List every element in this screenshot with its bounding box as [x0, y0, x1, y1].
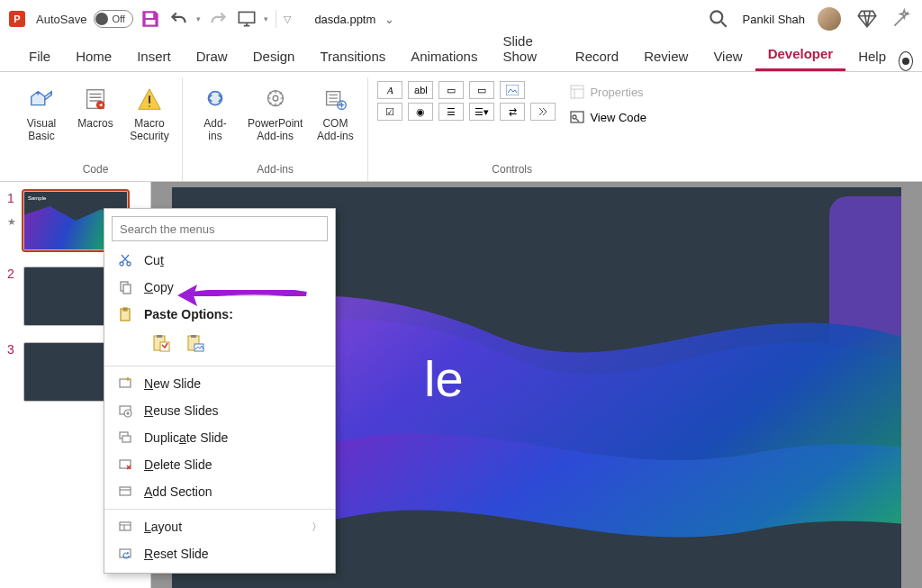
- checkbox-control-icon[interactable]: ☑: [377, 103, 402, 121]
- menu-reuse-slides[interactable]: Reuse Slides: [104, 397, 335, 424]
- visual-basic-button[interactable]: Visual Basic: [18, 81, 65, 146]
- paste-keep-formatting[interactable]: [149, 331, 173, 355]
- view-code-button[interactable]: View Code: [570, 106, 646, 128]
- tab-developer[interactable]: Developer: [755, 39, 846, 71]
- sparkle-icon[interactable]: [890, 7, 913, 31]
- menu-new-slide[interactable]: New Slide: [104, 370, 335, 397]
- tab-file[interactable]: File: [16, 41, 63, 71]
- new-slide-icon: [117, 375, 133, 392]
- paste-picture[interactable]: [184, 331, 207, 355]
- diamond-icon[interactable]: [855, 7, 879, 31]
- properties-button: Properties: [570, 83, 646, 101]
- tab-design[interactable]: Design: [240, 41, 308, 71]
- toggle-control-icon[interactable]: ⇄: [500, 103, 525, 121]
- menu-paste-options: Paste Options:: [104, 301, 335, 328]
- powerpoint-icon: P: [9, 11, 25, 27]
- redo-icon[interactable]: [206, 7, 230, 31]
- label-control-icon[interactable]: A: [377, 81, 402, 99]
- tab-help[interactable]: Help: [845, 41, 899, 71]
- duplicate-slide-icon: [117, 430, 133, 446]
- thumb-number: 2: [7, 267, 18, 281]
- macro-security-button[interactable]: Macro Security: [126, 81, 173, 146]
- menu-duplicate-slide[interactable]: Duplicate Slide: [104, 424, 335, 451]
- more-controls-icon[interactable]: [530, 103, 556, 121]
- menu-delete-slide[interactable]: Delete Slide: [104, 451, 335, 478]
- layout-icon: [117, 519, 133, 535]
- combo-control-icon[interactable]: ☰▾: [469, 103, 494, 121]
- macro-security-icon: [134, 85, 165, 115]
- com-addins-button[interactable]: COM Add-ins: [312, 81, 358, 146]
- control-grid: A abl ▭ ▭ ☑ ◉ ☰ ☰▾ ⇄: [377, 81, 556, 121]
- addins-button[interactable]: Add- ins: [192, 81, 239, 146]
- tab-strip: File Home Insert Draw Design Transitions…: [0, 38, 922, 72]
- com-addins-label: COM Add-ins: [317, 117, 354, 142]
- autosave-toggle[interactable]: Off: [94, 10, 133, 28]
- filename[interactable]: dasda.pptm: [314, 13, 375, 26]
- menu-add-section-label: Add Section: [144, 484, 212, 499]
- ribbon-group-controls: A abl ▭ ▭ ☑ ◉ ☰ ☰▾ ⇄ Proper: [368, 77, 655, 181]
- save-icon[interactable]: [139, 7, 162, 31]
- image-control-icon[interactable]: [500, 81, 525, 99]
- tab-insert[interactable]: Insert: [124, 41, 184, 71]
- undo-icon[interactable]: [167, 7, 191, 31]
- menu-paste-label: Paste Options:: [144, 307, 233, 321]
- group-control-icon[interactable]: ▭: [438, 81, 464, 99]
- menu-cut-label: Cut: [144, 253, 164, 267]
- group-label-addins: Add-ins: [257, 159, 294, 181]
- svg-rect-28: [122, 436, 131, 442]
- svg-rect-9: [571, 86, 583, 98]
- tab-animations[interactable]: Animations: [398, 41, 490, 71]
- properties-label: Properties: [590, 86, 643, 99]
- tab-home[interactable]: Home: [63, 41, 124, 71]
- svg-point-1: [710, 11, 722, 23]
- svg-rect-0: [240, 12, 255, 23]
- menu-copy[interactable]: Copy: [104, 274, 335, 301]
- svg-point-11: [573, 115, 576, 119]
- textbox-control-icon[interactable]: abl: [408, 81, 433, 99]
- present-icon[interactable]: [235, 7, 258, 31]
- com-addins-icon: [320, 85, 350, 115]
- view-code-label: View Code: [590, 111, 646, 124]
- thumb1-text: Sample: [28, 195, 46, 201]
- menu-add-section[interactable]: Add Section: [104, 478, 335, 505]
- menu-reset-slide[interactable]: Reset Slide: [104, 540, 335, 567]
- svg-rect-8: [506, 85, 519, 95]
- reuse-slides-icon: [117, 403, 133, 419]
- menu-search-input[interactable]: [112, 216, 328, 241]
- add-section-icon: [117, 484, 133, 500]
- user-name[interactable]: Pankil Shah: [743, 13, 805, 26]
- animation-star-icon: ★: [7, 216, 16, 228]
- record-button[interactable]: [899, 51, 913, 71]
- menu-layout-label: Layout: [144, 520, 182, 534]
- tab-draw[interactable]: Draw: [184, 41, 240, 71]
- ribbon-group-code: Visual Basic Macros Macro Security Code: [9, 77, 183, 181]
- menu-reuse-slides-label: Reuse Slides: [144, 403, 219, 418]
- title-bar: P AutoSave Off ▾ ▾ ▽ dasda.pptm ⌄ Pankil…: [0, 0, 922, 38]
- tab-review[interactable]: Review: [631, 41, 701, 71]
- tab-slide-show[interactable]: Slide Show: [490, 26, 562, 71]
- macros-button[interactable]: Macros: [72, 81, 119, 133]
- frame-control-icon[interactable]: ▭: [469, 81, 494, 99]
- powerpoint-addins-icon: [260, 85, 291, 115]
- radio-control-icon[interactable]: ◉: [408, 103, 433, 121]
- tab-transitions[interactable]: Transitions: [307, 41, 398, 71]
- slide-title-fragment: le: [424, 349, 464, 408]
- search-icon[interactable]: [707, 7, 730, 31]
- menu-layout[interactable]: Layout 〉: [104, 513, 335, 540]
- tab-view[interactable]: View: [701, 41, 755, 71]
- menu-cut[interactable]: Cut: [104, 247, 335, 274]
- list-control-icon[interactable]: ☰: [438, 103, 464, 121]
- powerpoint-addins-button[interactable]: PowerPoint Add-ins: [246, 81, 304, 146]
- menu-new-slide-label: New Slide: [144, 376, 201, 391]
- delete-slide-icon: [117, 457, 133, 473]
- group-label-controls: Controls: [492, 159, 532, 181]
- menu-reset-slide-label: Reset Slide: [144, 547, 209, 561]
- tab-record[interactable]: Record: [563, 41, 631, 71]
- filename-caret-icon[interactable]: ⌄: [384, 13, 394, 26]
- addins-label: Add- ins: [203, 117, 226, 142]
- macros-label: Macros: [77, 117, 113, 130]
- svg-rect-17: [123, 308, 127, 311]
- avatar[interactable]: [818, 7, 841, 31]
- powerpoint-addins-label: PowerPoint Add-ins: [248, 117, 303, 142]
- svg-rect-15: [123, 285, 131, 294]
